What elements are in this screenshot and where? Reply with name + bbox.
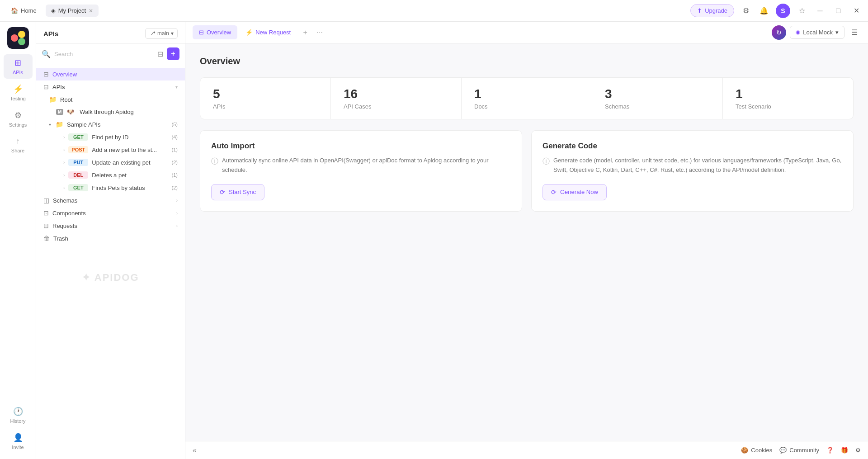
search-input[interactable] [54,51,154,57]
root-folder-icon: 📁 [49,96,57,103]
minimize-icon-btn[interactable]: ─ [814,5,826,17]
auto-import-info-icon: ⓘ [211,157,218,166]
sync-icon: ⟳ [220,189,225,196]
trash-label: Trash [53,235,178,242]
root-label: Root [60,96,178,103]
generate-code-info: ⓘ Generate code (model, controller, unit… [542,156,842,175]
generate-code-title: Generate Code [542,142,842,151]
collapse-panel-button[interactable]: « [193,446,197,454]
close-tab-icon[interactable]: ✕ [89,8,93,14]
community-label: Community [789,447,819,454]
mock-status-icon[interactable]: ↻ [772,25,786,40]
sidebar-item-settings[interactable]: ⚙ Settings [4,107,33,131]
gift-button[interactable]: 🎁 [841,447,848,454]
home-tab[interactable]: 🏠 Home [5,5,42,17]
project-tab[interactable]: ◈ My Project ✕ [46,5,99,17]
svg-point-3 [18,38,25,45]
tab-overview[interactable]: ⊟ Overview [193,25,237,39]
avatar[interactable]: S [776,4,790,18]
cookies-label: Cookies [751,447,772,454]
stat-apis: 5 APIs [200,78,331,119]
generate-now-button[interactable]: ⟳ Generate Now [542,184,607,200]
sidebar-item-apis[interactable]: ⊞ APIs [4,54,33,79]
tree-item-overview[interactable]: ⊟ Overview [36,68,185,80]
update-pet-arrow: › [63,160,65,165]
settings-icon: ⚙ [14,110,22,120]
apis-section-label: APIs [52,84,172,90]
tree-item-walkthrough[interactable]: M 🐶 Walk through Apidog [36,106,185,118]
branch-selector[interactable]: ⎇ main ▾ [145,28,178,39]
overview-title: Overview [200,56,854,66]
put-badge-update-pet: PUT [68,159,88,166]
tree-item-update-pet[interactable]: › PUT Update an existing pet (2) [36,156,185,169]
close-icon-btn[interactable]: ✕ [850,5,863,17]
cookies-button[interactable]: 🍪 Cookies [741,447,772,454]
tree-item-trash[interactable]: 🗑 Trash [36,232,185,245]
tree-header: APIs ⎇ main ▾ [36,22,185,44]
tree-item-delete-pet[interactable]: › DEL Deletes a pet (1) [36,169,185,181]
upgrade-button[interactable]: ⬆ Upgrade [690,4,734,17]
notification-icon-btn[interactable]: 🔔 [758,5,770,17]
trash-icon: 🗑 [43,235,50,242]
content-body: Overview 5 APIs 16 API Cases 1 Docs 3 Sc… [185,43,868,441]
card-auto-import: Auto Import ⓘ Automatically sync online … [200,130,522,212]
delete-pet-label: Deletes a pet [92,172,168,179]
testing-label: Testing [10,96,26,101]
help-button[interactable]: ❓ [826,447,834,454]
tree-content: ⊟ Overview ⊟ APIs ▾ 📁 Root M 🐶 Walk thro… [36,64,185,459]
tree-item-requests[interactable]: ⊟ Requests › [36,219,185,232]
layout-menu-button[interactable]: ☰ [848,26,861,39]
stat-test-scenario: 1 Test Scenario [723,78,853,119]
tree-item-schemas[interactable]: ◫ Schemas › [36,194,185,207]
tree-item-find-pet[interactable]: › GET Find pet by ID (4) [36,131,185,143]
tree-item-apis[interactable]: ⊟ APIs ▾ [36,80,185,93]
share-icon: ↑ [16,137,20,146]
sample-apis-label: Sample APIs [67,121,168,128]
cards-row: Auto Import ⓘ Automatically sync online … [200,130,854,212]
invite-label: Invite [12,445,24,450]
sidebar-item-invite[interactable]: 👤 Invite [4,429,33,454]
add-button[interactable]: + [167,47,179,60]
auto-import-info: ⓘ Automatically sync online API data in … [211,156,511,175]
title-bar-right: ⬆ Upgrade ⚙ 🔔 S ☆ ─ □ ✕ [690,4,863,18]
overview-tab-icon: ⊟ [199,29,204,36]
sidebar-item-testing[interactable]: ⚡ Testing [4,80,33,105]
tree-item-sample-apis[interactable]: ▾ 📁 Sample APIs (5) [36,118,185,131]
main-layout: ⊞ APIs ⚡ Testing ⚙ Settings ↑ Share 🕐 Hi… [0,22,868,459]
add-tab-button[interactable]: + [299,26,311,39]
overview-icon: ⊟ [43,71,49,78]
bookmark-icon-btn[interactable]: ☆ [796,5,808,17]
get-badge-find-pet: GET [68,133,88,141]
stats-row: 5 APIs 16 API Cases 1 Docs 3 Schemas 1 [200,77,854,119]
community-button[interactable]: 💬 Community [779,447,819,454]
local-mock-chevron: ▾ [835,29,839,36]
new-request-icon: ⚡ [245,29,253,36]
settings-icon-btn[interactable]: ⚙ [740,5,752,17]
nav-sidebar: ⊞ APIs ⚡ Testing ⚙ Settings ↑ Share 🕐 Hi… [0,22,36,459]
tree-item-add-pet[interactable]: › POST Add a new pet to the st... (1) [36,143,185,156]
requests-label: Requests [52,222,173,229]
sidebar-item-share[interactable]: ↑ Share [4,133,33,157]
app-logo[interactable] [7,27,29,49]
settings-bottom-button[interactable]: ⚙ [855,447,861,454]
tree-item-finds-pets[interactable]: › GET Finds Pets by status (2) [36,181,185,194]
tab-new-request[interactable]: ⚡ New Request [239,25,297,39]
walkthrough-icon: M [56,109,63,115]
generate-code-info-icon: ⓘ [542,157,550,166]
tree-item-root[interactable]: 📁 Root [36,93,185,106]
start-sync-button[interactable]: ⟳ Start Sync [211,184,264,200]
sidebar-item-history[interactable]: 🕐 History [4,403,33,427]
filter-icon[interactable]: ⊟ [157,50,163,58]
stat-schemas: 3 Schemas [592,78,723,119]
components-icon: ⊡ [43,209,49,217]
community-icon: 💬 [779,447,787,454]
avatar-letter: S [781,7,785,14]
more-tabs-button[interactable]: ··· [313,26,326,39]
tree-item-components[interactable]: ⊡ Components › [36,207,185,219]
upgrade-label: Upgrade [705,7,727,14]
stat-test-scenario-label: Test Scenario [736,103,840,110]
stat-docs-label: Docs [474,103,579,110]
start-sync-label: Start Sync [229,189,256,195]
local-mock-button[interactable]: Local Mock ▾ [790,26,844,39]
maximize-icon-btn[interactable]: □ [832,5,844,17]
